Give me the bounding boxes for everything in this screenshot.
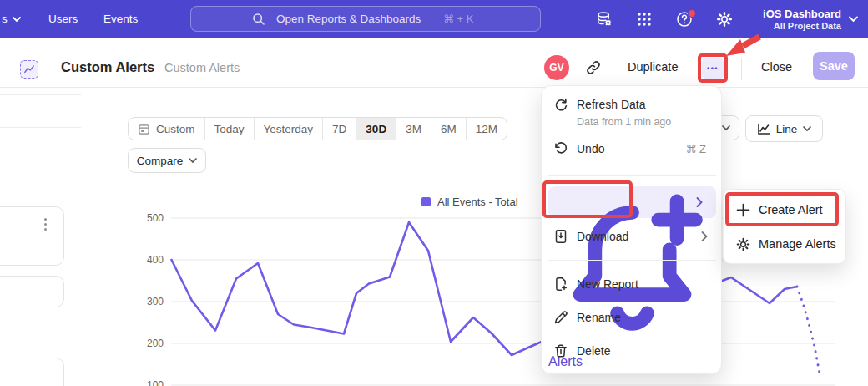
chevron-down-icon <box>803 126 811 132</box>
duplicate-button[interactable]: Duplicate <box>628 60 678 74</box>
chart-type-button[interactable]: Line <box>745 115 823 142</box>
report-type-icon <box>20 60 38 79</box>
compare-button[interactable]: Compare <box>128 148 206 173</box>
line-chart-icon <box>757 123 770 135</box>
alerts-submenu: Create Alert Manage Alerts <box>723 189 846 264</box>
y-axis-tick: 100 <box>147 379 164 386</box>
date-range-selector: Custom Today Yesterday 7D 30D 3M 6M 12M <box>128 117 507 140</box>
menu-divider <box>548 175 716 176</box>
project-scope: All Project Data <box>763 21 841 32</box>
chevron-right-icon <box>701 231 708 241</box>
refresh-subtitle: Data from 1 min ago <box>577 116 671 128</box>
query-card[interactable] <box>0 276 64 307</box>
query-card[interactable] <box>0 358 64 386</box>
sidebar-section-line <box>0 127 81 128</box>
more-options-button[interactable]: ••• <box>702 58 724 79</box>
app-window: 100200300400500 All Events - Total s Use… <box>0 0 868 386</box>
menu-item-undo[interactable]: Undo ⌘ Z <box>542 137 721 160</box>
download-file-icon <box>553 229 568 244</box>
menu-item-refresh-data[interactable]: Refresh Data <box>542 93 721 116</box>
plus-icon <box>736 203 750 217</box>
menu-item-new-report[interactable]: New Report <box>542 272 721 296</box>
refresh-icon <box>553 97 568 112</box>
query-card[interactable] <box>0 206 64 266</box>
settings-gear-icon[interactable] <box>716 11 733 28</box>
menu-item-download[interactable]: Download <box>542 225 721 248</box>
save-button[interactable]: Save <box>813 52 855 80</box>
chevron-down-icon <box>722 125 730 131</box>
breadcrumb: Custom Alerts <box>164 61 240 74</box>
top-nav: s Users Events Open Reports & Dashboards… <box>0 0 868 38</box>
kebab-menu-icon[interactable] <box>44 218 48 231</box>
chevron-right-icon <box>696 197 703 207</box>
data-management-icon[interactable] <box>596 11 613 28</box>
search-shortcut: ⌘ + K <box>443 7 474 31</box>
calendar-icon <box>138 123 150 135</box>
range-6m[interactable]: 6M <box>431 118 467 140</box>
copy-link-icon[interactable] <box>585 59 602 76</box>
project-name: iOS Dashboard <box>763 8 841 21</box>
help-icon[interactable] <box>676 11 694 29</box>
pencil-icon <box>553 310 568 325</box>
y-axis-tick: 400 <box>147 254 164 266</box>
range-12m[interactable]: 12M <box>467 118 507 140</box>
y-axis-tick: 200 <box>147 338 164 349</box>
chevron-down-icon <box>189 158 197 164</box>
menu-divider <box>548 260 716 261</box>
gear-icon <box>736 237 750 251</box>
project-switcher[interactable]: iOS Dashboard All Project Data <box>763 0 858 38</box>
submenu-item-create-alert[interactable]: Create Alert <box>724 198 845 221</box>
trash-icon <box>553 343 568 358</box>
undo-icon <box>553 141 568 156</box>
new-report-icon <box>553 277 568 292</box>
chevron-down-icon <box>849 16 858 23</box>
menu-item-rename[interactable]: Rename <box>542 306 721 329</box>
menu-item-delete[interactable]: Delete <box>542 339 721 363</box>
nav-item-events[interactable]: Events <box>103 0 138 38</box>
range-30d-selected[interactable]: 30D <box>356 118 396 140</box>
submenu-item-manage-alerts[interactable]: Manage Alerts <box>724 232 845 256</box>
search-placeholder: Open Reports & Dashboards <box>276 7 421 31</box>
range-7d[interactable]: 7D <box>323 118 356 140</box>
nav-item-users[interactable]: Users <box>48 0 78 38</box>
legend-label: All Events - Total <box>437 196 518 208</box>
undo-shortcut: ⌘ Z <box>685 143 706 155</box>
mini-line-chart-icon <box>23 64 35 74</box>
header-divider <box>741 58 742 80</box>
range-custom[interactable]: Custom <box>129 118 205 140</box>
close-button[interactable]: Close <box>761 60 792 74</box>
apps-grid-icon[interactable] <box>636 11 653 28</box>
nav-item-truncated[interactable]: s <box>2 0 21 38</box>
more-options-menu: Refresh Data Data from 1 min ago Undo ⌘ … <box>541 85 722 374</box>
chevron-down-icon <box>13 17 21 23</box>
notification-dot <box>688 9 696 18</box>
range-today[interactable]: Today <box>205 118 255 140</box>
global-search-input[interactable]: Open Reports & Dashboards ⌘ + K <box>190 6 541 32</box>
series-projected-line <box>797 287 820 373</box>
range-3m[interactable]: 3M <box>396 118 431 140</box>
sidebar-section-line <box>0 94 81 95</box>
range-yesterday[interactable]: Yesterday <box>255 118 324 140</box>
y-axis-tick: 300 <box>147 296 164 307</box>
y-axis-tick: 500 <box>147 212 164 224</box>
legend-swatch <box>421 197 431 206</box>
menu-item-alerts[interactable]: Alerts <box>548 186 716 218</box>
page-title: Custom Alerts <box>61 59 154 75</box>
chart-legend: All Events - Total <box>421 196 518 208</box>
avatar[interactable]: GV <box>544 55 569 80</box>
sidebar-section-line <box>0 165 81 165</box>
search-icon <box>252 13 265 26</box>
sidebar-divider <box>83 88 83 386</box>
